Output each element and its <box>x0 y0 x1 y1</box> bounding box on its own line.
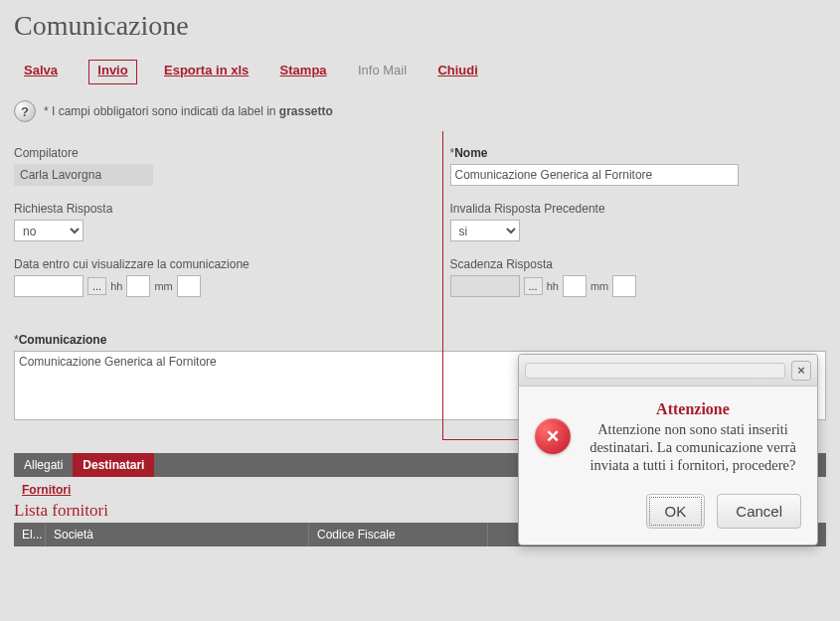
toolbar: Salva Invio Esporta in xls Stampa Info M… <box>0 60 840 92</box>
compilatore-label: Compilatore <box>14 146 391 160</box>
scadenza-label: Scadenza Risposta <box>450 257 827 271</box>
help-row: ? * I campi obbligatori sono indicati da… <box>0 92 840 146</box>
data-visual-mm-input[interactable] <box>177 275 201 297</box>
error-icon: ✕ <box>535 418 571 454</box>
invalida-select[interactable]: si <box>450 220 520 241</box>
scadenza-hh-input[interactable] <box>563 275 587 297</box>
mm-label: mm <box>590 280 608 292</box>
invalida-label: Invalida Risposta Precedente <box>450 202 827 216</box>
nome-input[interactable] <box>450 164 739 186</box>
data-visual-date-input[interactable] <box>14 275 84 297</box>
stampa-link[interactable]: Stampa <box>280 63 327 78</box>
dialog-message: Attenzione non sono stati inseriti desti… <box>585 420 801 474</box>
date-picker-icon[interactable]: ... <box>524 277 543 295</box>
compilatore-value: Carla Lavorgna <box>14 164 153 186</box>
date-picker-icon[interactable]: ... <box>87 277 106 295</box>
fornitori-link[interactable]: Fornitori <box>22 483 71 497</box>
scadenza-date-input[interactable] <box>450 275 520 297</box>
confirm-dialog: × ✕ Attenzione Attenzione non sono stati… <box>518 354 818 545</box>
mm-label: mm <box>154 280 172 292</box>
cancel-button[interactable]: Cancel <box>717 494 801 529</box>
nome-label: *Nome <box>450 146 827 160</box>
chiudi-link[interactable]: Chiudi <box>437 63 477 78</box>
data-visual-hh-input[interactable] <box>126 275 150 297</box>
comunicazione-label: *Comunicazione <box>14 333 826 347</box>
scadenza-mm-input[interactable] <box>612 275 636 297</box>
help-text: * I campi obbligatori sono indicati da l… <box>44 104 333 118</box>
salva-link[interactable]: Salva <box>24 63 58 78</box>
callout-line <box>442 131 443 439</box>
richiesta-risposta-label: Richiesta Risposta <box>14 202 391 216</box>
data-visual-label: Data entro cui visualizzare la comunicaz… <box>14 257 391 271</box>
col-codice-fiscale[interactable]: Codice Fiscale <box>309 523 488 546</box>
dialog-titlebar[interactable]: × <box>519 355 817 387</box>
esporta-link[interactable]: Esporta in xls <box>164 63 249 78</box>
invio-highlight-box: Invio <box>88 60 136 84</box>
info-mail-link: Info Mail <box>358 63 407 78</box>
tab-allegati[interactable]: Allegati <box>14 453 73 477</box>
dialog-heading: Attenzione <box>585 400 801 418</box>
col-societa[interactable]: Società <box>46 523 309 546</box>
tab-destinatari[interactable]: Destinatari <box>73 453 154 477</box>
hh-label: hh <box>547 280 559 292</box>
dialog-title-decor <box>525 363 785 379</box>
ok-button[interactable]: OK <box>646 494 706 529</box>
invio-link[interactable]: Invio <box>97 63 127 78</box>
hh-label: hh <box>110 280 122 292</box>
col-elimina[interactable]: El... <box>14 523 46 546</box>
close-icon[interactable]: × <box>791 361 811 381</box>
help-icon[interactable]: ? <box>14 100 36 122</box>
page-title: Comunicazione <box>14 10 826 42</box>
richiesta-risposta-select[interactable]: no <box>14 220 84 241</box>
